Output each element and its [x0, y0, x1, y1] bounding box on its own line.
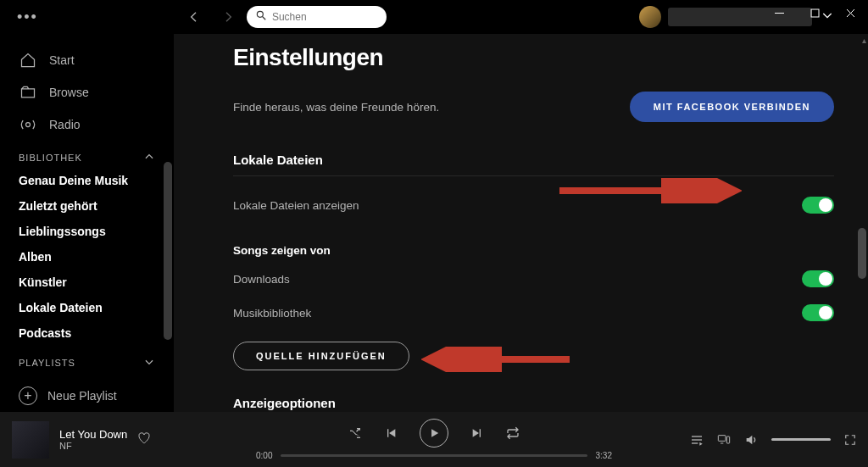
source-downloads-label: Downloads: [233, 273, 290, 286]
section-display-options: Anzeigeoptionen: [233, 396, 834, 410]
player-bar: Let You Down NF 0:00 3:32: [0, 412, 868, 467]
time-current: 0:00: [256, 451, 272, 460]
svg-point-0: [257, 11, 263, 17]
time-total: 3:32: [596, 451, 612, 460]
source-musiclib-label: Musikbibliothek: [233, 307, 311, 320]
play-button[interactable]: [420, 419, 448, 448]
app-menu-dots[interactable]: •••: [17, 8, 38, 26]
sidebar-section-playlists[interactable]: PLAYLISTS: [0, 346, 174, 373]
nav-forward-button[interactable]: [216, 5, 240, 29]
search-field[interactable]: [247, 6, 387, 28]
new-playlist-button[interactable]: + Neue Playlist: [0, 376, 174, 415]
browse-icon: [19, 83, 37, 102]
volume-button[interactable]: [744, 433, 758, 447]
svg-point-6: [26, 123, 31, 127]
svg-rect-13: [726, 436, 729, 443]
songs-from-header: Songs zeigen von: [233, 244, 834, 257]
track-title[interactable]: Let You Down: [59, 428, 127, 441]
search-icon: [255, 9, 267, 25]
section-local-files: Lokale Dateien: [233, 153, 834, 176]
source-downloads-row: Downloads: [233, 262, 834, 296]
main-scrollbar-thumb[interactable]: [858, 228, 866, 279]
show-local-files-label: Lokale Dateien anzeigen: [233, 199, 359, 212]
library-item-alben[interactable]: Alben: [0, 244, 174, 270]
library-item-zuletzt-gehoert[interactable]: Zuletzt gehört: [0, 193, 174, 219]
show-local-files-row: Lokale Dateien anzeigen: [233, 176, 834, 222]
source-downloads-toggle[interactable]: [802, 270, 834, 287]
window-maximize-button[interactable]: [797, 0, 832, 25]
connect-facebook-button[interactable]: MIT FACEBOOK VERBINDEN: [630, 92, 834, 122]
nav-back-button[interactable]: [182, 5, 206, 29]
radio-icon: [19, 115, 37, 134]
fullscreen-button[interactable]: [844, 434, 856, 446]
chevron-up-icon: [143, 151, 155, 164]
plus-icon: +: [19, 386, 37, 405]
library-item-lokale-dateien[interactable]: Lokale Dateien: [0, 295, 174, 320]
sidebar-item-label: Browse: [49, 86, 89, 99]
shuffle-button[interactable]: [348, 426, 362, 440]
sidebar-item-radio[interactable]: Radio: [0, 108, 174, 141]
sidebar-section-library[interactable]: BIBLIOTHEK: [0, 141, 174, 168]
sidebar-scrollbar-thumb[interactable]: [164, 162, 172, 340]
page-title: Einstellungen: [233, 44, 834, 71]
home-icon: [19, 51, 37, 69]
sidebar: Start Browse Radio BIBLIOTHEK Genau Dein…: [0, 34, 174, 412]
new-playlist-label: Neue Playlist: [47, 389, 117, 403]
album-cover[interactable]: [12, 421, 49, 459]
search-input[interactable]: [272, 11, 378, 23]
add-source-button[interactable]: QUELLE HINZUFÜGEN: [233, 342, 409, 370]
sidebar-item-label: Radio: [49, 118, 81, 131]
source-musiclib-toggle[interactable]: [802, 304, 834, 321]
svg-rect-3: [811, 9, 819, 17]
like-button[interactable]: [137, 431, 151, 448]
sidebar-section-label: PLAYLISTS: [19, 358, 75, 368]
source-musiclib-row: Musikbibliothek: [233, 296, 834, 330]
library-item-kuenstler[interactable]: Künstler: [0, 270, 174, 295]
sidebar-item-browse[interactable]: Browse: [0, 76, 174, 108]
sidebar-item-start[interactable]: Start: [0, 44, 174, 76]
previous-button[interactable]: [384, 426, 398, 440]
library-item-podcasts[interactable]: Podcasts: [0, 320, 174, 346]
titlebar: •••: [0, 0, 868, 34]
library-item-genau-deine-musik[interactable]: Genau Deine Musik: [0, 168, 174, 193]
sidebar-item-label: Start: [49, 53, 75, 67]
scrollbar-up-icon[interactable]: ▴: [862, 36, 866, 45]
show-local-files-toggle[interactable]: [802, 197, 834, 214]
sidebar-section-label: BIBLIOTHEK: [19, 153, 82, 163]
svg-line-1: [263, 17, 266, 20]
volume-slider[interactable]: [771, 438, 831, 441]
queue-button[interactable]: [690, 433, 704, 447]
window-close-button[interactable]: [832, 0, 868, 25]
next-button[interactable]: [470, 426, 484, 440]
main-scrollbar[interactable]: ▴: [856, 34, 868, 412]
player-right-controls: [690, 433, 856, 447]
repeat-button[interactable]: [506, 426, 520, 440]
player-center-controls: 0:00 3:32: [256, 419, 612, 460]
facebook-row: Finde heraus, was deine Freunde hören. M…: [233, 83, 834, 131]
devices-button[interactable]: [717, 433, 731, 447]
window-minimize-button[interactable]: [761, 0, 797, 25]
track-artist[interactable]: NF: [59, 441, 127, 451]
facebook-description: Finde heraus, was deine Freunde hören.: [233, 101, 439, 114]
progress-bar[interactable]: [281, 454, 587, 457]
user-avatar[interactable]: [639, 6, 661, 28]
now-playing: Let You Down NF: [12, 421, 232, 459]
library-item-lieblingssongs[interactable]: Lieblingssongs: [0, 219, 174, 244]
svg-rect-12: [718, 435, 726, 441]
settings-panel: Einstellungen Finde heraus, was deine Fr…: [174, 34, 868, 412]
chevron-down-icon: [143, 356, 155, 370]
progress-bar-row: 0:00 3:32: [256, 451, 612, 460]
